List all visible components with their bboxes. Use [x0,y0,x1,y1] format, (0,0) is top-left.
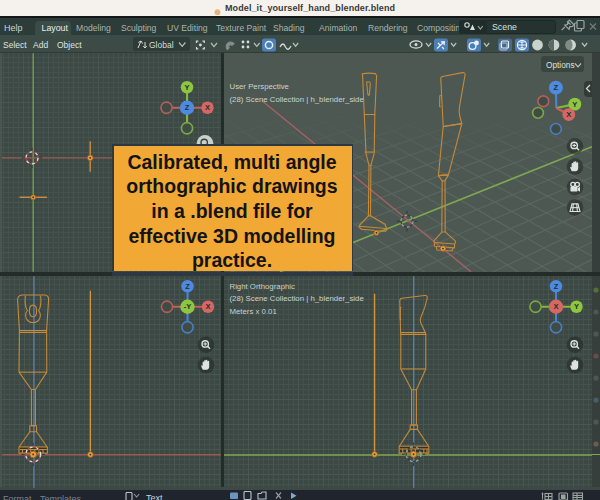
svg-text:X: X [566,110,571,119]
svg-text:Y: Y [572,100,577,109]
svg-text:Z: Z [554,83,559,92]
svg-text:Z: Z [554,281,559,290]
svg-text:Y: Y [184,83,189,92]
svg-text:-Y: -Y [184,302,192,311]
svg-text:X: X [553,302,558,311]
svg-text:X: X [205,302,210,311]
svg-text:Z: Z [185,281,190,290]
svg-text:Z: Z [185,103,190,112]
svg-text:X: X [205,103,210,112]
svg-text:Y: Y [574,302,579,311]
